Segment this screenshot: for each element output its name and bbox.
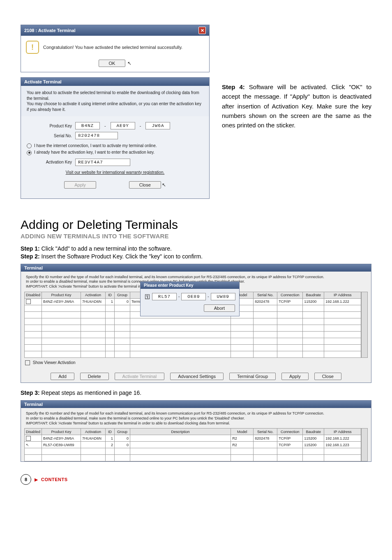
panel-titlebar: Activate Terminal (21, 78, 209, 86)
step2: Step 2: Insert the Software Product Key.… (21, 253, 371, 260)
activation-key-label: Activation Key (27, 160, 72, 164)
dialog-titlebar: 2108 : Activate Terminal ✕ (21, 25, 209, 36)
cursor-icon: ↖ (162, 182, 166, 188)
section-heading: Adding or Deleting Terminals (21, 218, 371, 232)
table-header-row: DisabledProduct KeyActivationIDGroupDesc… (25, 429, 361, 435)
radio-have-key[interactable]: I already have the activation key, I wan… (27, 150, 203, 155)
delete-button[interactable]: Delete (80, 373, 109, 380)
pk-c[interactable]: UW89 (211, 293, 235, 300)
product-key-label: Product Key (27, 124, 72, 128)
page-footer: 8 ▶ CONTENTS (21, 474, 371, 485)
activate-terminal-panel: Activate Terminal You are about to activ… (21, 77, 210, 199)
warranty-link[interactable]: Visit our website for international warr… (27, 170, 203, 175)
cursor-icon: ↖ (127, 60, 131, 66)
triangle-icon: ▶ (35, 477, 38, 482)
pk-a[interactable]: RL57 (152, 293, 177, 300)
scrollbar[interactable] (361, 428, 368, 461)
add-button[interactable]: Add (51, 373, 74, 380)
activation-success-dialog: 2108 : Activate Terminal ✕ ! Congratulat… (21, 25, 210, 72)
pk-b[interactable]: OE89 (181, 293, 206, 300)
terminal-title: Terminal (21, 264, 371, 272)
activation-key-input[interactable]: RE3VT4A7 (75, 159, 130, 166)
terminal-panel-1: Terminal Specify the ID number and the t… (21, 264, 371, 383)
key-icon[interactable]: ⚿ (145, 293, 150, 300)
show-viewer-label: Show Viewer Activation (33, 360, 76, 365)
table-row[interactable]: B4NZ-AE9Y-JW6A7HU4AD6N 10 R28202478 TCP/… (25, 435, 361, 442)
activate-terminal-button: Activate Terminal (115, 373, 165, 380)
close-icon[interactable]: ✕ (198, 27, 206, 34)
product-key-popup: Please enter Product Key ⚿ RL57- OE89- U… (140, 281, 240, 316)
step1: Step 1: Click "Add" to add a new termina… (21, 245, 371, 252)
activation-intro: You are about to activate the selected t… (21, 86, 209, 116)
disabled-checkbox[interactable] (26, 436, 31, 441)
terminal-table[interactable]: DisabledProduct KeyActivationIDGroupDesc… (24, 428, 361, 461)
apply-button: Apply (64, 181, 96, 189)
disabled-checkbox[interactable] (26, 299, 31, 304)
table-row[interactable]: ↖ RL57-OE89-UW89 20 R2 TCP/IP115200192.1… (25, 442, 361, 448)
advanced-settings-button[interactable]: Advanced Settings (170, 373, 224, 380)
product-key-b: AE9Y (111, 122, 135, 129)
product-key-a: B4NZ (75, 122, 100, 129)
radio-online[interactable]: I have the internet connection, I want t… (27, 143, 203, 148)
contents-link[interactable]: CONTENTS (41, 477, 68, 482)
page-number: 8 (21, 474, 31, 485)
ok-button[interactable]: OK (99, 60, 126, 67)
serial-label: Serial No. (27, 134, 72, 138)
scrollbar[interactable] (361, 292, 368, 358)
cursor-icon: ↖ (26, 443, 29, 447)
close-button[interactable]: Close (129, 181, 161, 189)
terminal-desc: Specify the ID number and the type of mo… (21, 408, 371, 428)
close-button[interactable]: Close (314, 373, 341, 380)
serial-value: 8202478 (75, 132, 118, 139)
popup-title: Please enter Product Key (141, 282, 239, 289)
success-message: Congratulation! You have activated the s… (43, 45, 182, 50)
panel-title: Activate Terminal (24, 79, 62, 84)
terminal-group-button[interactable]: Terminal Group (229, 373, 276, 380)
terminal-panel-2: Terminal Specify the ID number and the t… (21, 400, 371, 462)
terminal-title: Terminal (21, 401, 371, 408)
warning-icon: ! (26, 41, 39, 54)
step3: Step 3: Repeat steps as mentioned in pag… (21, 389, 371, 396)
apply-button[interactable]: Apply (281, 373, 309, 380)
show-viewer-checkbox[interactable] (25, 360, 30, 365)
abort-button[interactable]: Abort (204, 304, 235, 312)
step4-text: Step 4: Software will be activated. Clic… (222, 25, 371, 130)
section-subheading: ADDING NEW TERMINALS INTO THE SOFTWARE (21, 233, 371, 240)
dialog-title: 2108 : Activate Terminal (24, 28, 76, 33)
product-key-c: JW6A (145, 122, 170, 129)
